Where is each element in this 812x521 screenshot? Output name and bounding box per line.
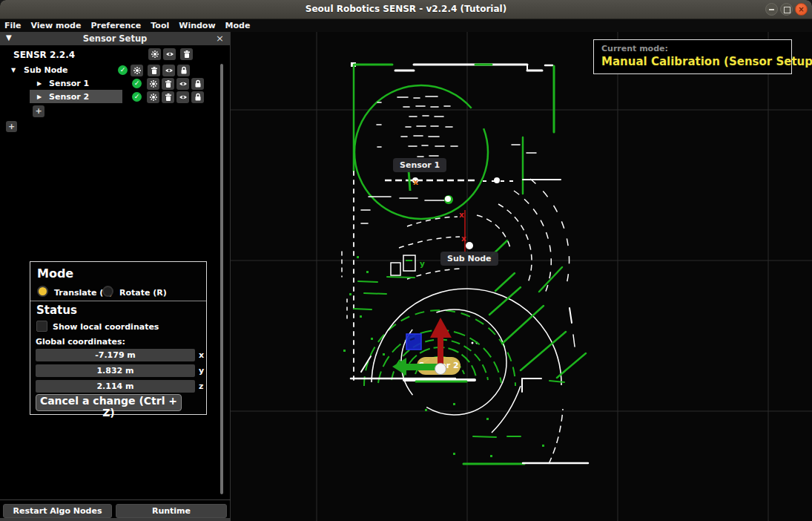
sensor-setup-panel: ▼ Sensor Setup × SENSR 2.2.4 ▼ Sub Node … — [0, 32, 231, 521]
panel-collapse-icon[interactable]: ▼ — [6, 33, 12, 42]
gizmo-center-handle[interactable] — [435, 364, 446, 375]
menu-window[interactable]: Window — [179, 21, 215, 30]
close-window-button[interactable]: × — [795, 3, 808, 16]
tree-scrollbar[interactable] — [220, 64, 223, 494]
add-sensor-button[interactable]: + — [33, 105, 44, 117]
sensor1-settings-button[interactable] — [147, 78, 159, 90]
root-delete-button[interactable] — [180, 48, 193, 60]
sensor1-expand-caret[interactable]: ▶ — [37, 80, 42, 87]
menu-preference[interactable]: Preference — [90, 21, 141, 30]
subnode-lock-button[interactable] — [177, 65, 190, 76]
sensor2-settings-button[interactable] — [147, 91, 159, 103]
tree-item-subnode[interactable]: Sub Node — [24, 65, 68, 75]
green-streak — [409, 170, 410, 191]
maximize-button[interactable] — [780, 3, 793, 16]
transform-gizmo[interactable] — [386, 306, 475, 376]
sensor1-lock-button[interactable] — [191, 78, 204, 90]
root-visibility-button[interactable] — [163, 48, 176, 60]
grid-lines — [231, 32, 812, 521]
gizmo-y-arrow-icon[interactable] — [392, 358, 439, 376]
subnode-label: Sub Node — [440, 252, 498, 266]
sensor1-x-axis-marker: x — [413, 177, 418, 187]
footer-divider — [0, 499, 231, 500]
subnode-status-badge[interactable]: ✓ — [118, 65, 128, 75]
root-settings-button[interactable] — [148, 48, 161, 60]
lock-icon — [194, 79, 202, 88]
minimize-button[interactable] — [765, 3, 778, 16]
subnode-collapse-caret[interactable]: ▼ — [11, 67, 16, 73]
lidar-viewport[interactable]: x x x y — [231, 32, 812, 521]
coordinate-y-input[interactable] — [36, 364, 195, 377]
eye-icon — [179, 79, 188, 88]
object-outlines — [391, 255, 415, 275]
menu-tool[interactable]: Tool — [151, 21, 169, 30]
gear-icon — [149, 79, 158, 88]
sensor2-expand-caret[interactable]: ▶ — [37, 94, 42, 100]
tree-item-sensor2[interactable]: Sensor 2 — [49, 92, 89, 102]
show-local-coordinates-label[interactable]: Show local coordinates — [53, 322, 159, 332]
subnode-visibility-button[interactable] — [162, 65, 175, 76]
menu-bar: File View mode Preference Tool Window Mo… — [0, 19, 812, 32]
subnode-delete-button[interactable] — [148, 65, 160, 76]
panel-close-icon[interactable]: × — [216, 33, 224, 44]
sensor1-range-ring — [354, 85, 488, 219]
sensor2-status-badge[interactable]: ✓ — [132, 92, 142, 102]
panel-title: Sensor Setup — [83, 33, 148, 44]
app-window: Seoul Robotics SENSR - v2.2.4 (Tutorial)… — [0, 0, 812, 521]
runtime-button[interactable]: Runtime — [116, 504, 227, 518]
lock-icon — [179, 66, 188, 75]
subnode-y-axis-marker: y — [420, 259, 425, 268]
sensor1-visibility-button[interactable] — [176, 78, 189, 90]
right-wall-points — [512, 137, 575, 392]
gear-icon — [149, 93, 158, 102]
bottom-strip — [0, 518, 231, 521]
restart-algo-nodes-button[interactable]: Restart Algo Nodes — [3, 504, 112, 518]
axis-y-label: y — [199, 366, 204, 376]
status-section-title: Status — [36, 304, 77, 317]
green-ray-points — [484, 240, 586, 378]
x-axis-marker-lower: x — [461, 234, 466, 243]
eye-icon — [165, 66, 174, 75]
sensor1-status-badge[interactable]: ✓ — [132, 79, 142, 88]
menu-file[interactable]: File — [4, 21, 22, 30]
trash-icon — [182, 50, 191, 59]
sensor1-label: Sensor 1 — [393, 158, 446, 172]
sensor2-visibility-button[interactable] — [176, 91, 189, 103]
axis-z-label: z — [199, 381, 203, 391]
rotate-radio-label[interactable]: Rotate (R) — [119, 288, 167, 298]
sensor1-delete-button[interactable] — [162, 78, 174, 90]
trash-icon — [150, 66, 159, 75]
bottom-wall-points — [463, 463, 588, 464]
current-mode-label: Current mode: — [601, 44, 784, 53]
coordinate-x-input[interactable] — [36, 349, 195, 361]
menu-mode[interactable]: Mode — [225, 21, 251, 30]
window-title: Seoul Robotics SENSR - v2.2.4 (Tutorial) — [306, 4, 506, 14]
mode-section-title: Mode — [37, 266, 73, 281]
trash-icon — [164, 79, 173, 88]
translate-radio[interactable] — [37, 286, 48, 297]
cancel-change-button[interactable]: Cancel a change (Ctrl + Z) — [36, 394, 182, 411]
coordinate-z-input[interactable] — [36, 380, 195, 393]
show-local-coordinates-checkbox[interactable] — [36, 321, 47, 332]
section-divider — [30, 301, 206, 301]
subnode-scan-arcs — [399, 179, 570, 293]
gizmo-x-arrow-icon[interactable] — [430, 318, 452, 370]
rotate-radio[interactable] — [102, 286, 113, 297]
menu-view-mode[interactable]: View mode — [31, 21, 82, 30]
mode-status-panel: Mode Translate (T) Rotate (R) Status Sho… — [30, 261, 207, 415]
eye-icon — [165, 50, 174, 59]
sensor2-delete-button[interactable] — [162, 91, 174, 103]
current-mode-box: Current mode: Manual Calibration (Sensor… — [593, 39, 792, 74]
gear-icon — [133, 66, 142, 75]
eye-icon — [179, 93, 188, 102]
trash-icon — [164, 93, 173, 102]
title-bar: Seoul Robotics SENSR - v2.2.4 (Tutorial)… — [0, 0, 812, 19]
tree-root-label[interactable]: SENSR 2.2.4 — [13, 50, 75, 60]
global-coordinates-label: Global coordinates: — [36, 337, 125, 347]
current-mode-value: Manual Calibration (Sensor Setup) — [601, 55, 784, 68]
add-node-button[interactable]: + — [6, 121, 17, 132]
subnode-settings-button[interactable] — [131, 65, 143, 76]
tree-item-sensor1[interactable]: Sensor 1 — [49, 79, 89, 88]
sensor2-lock-button[interactable] — [191, 91, 204, 103]
axis-x-label: x — [199, 350, 204, 360]
